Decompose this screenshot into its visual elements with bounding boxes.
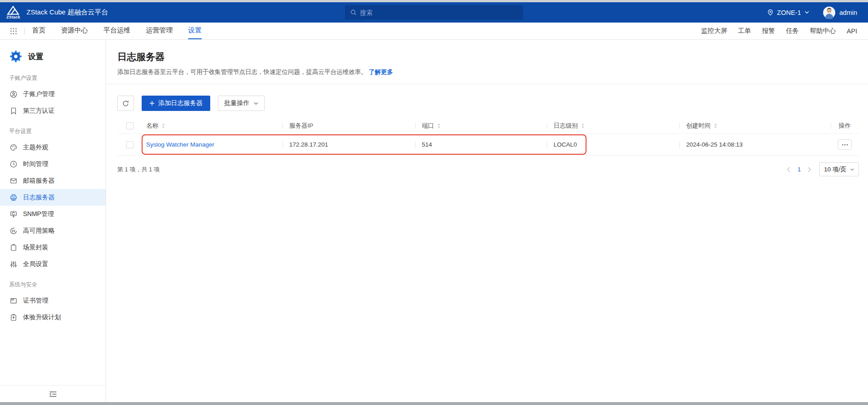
link-ticket[interactable]: 工单 (738, 27, 751, 35)
search-input[interactable] (360, 9, 509, 16)
column-label: 服务器IP (289, 122, 313, 130)
log-server-table: 名称 服务器IP 端口 日志级别 创建时间 (117, 118, 859, 156)
tab-home[interactable]: 首页 (32, 23, 46, 39)
column-label: 端口 (422, 122, 434, 130)
tab-operation-mgmt[interactable]: 运营管理 (146, 23, 173, 39)
palette-icon (10, 144, 17, 151)
tab-settings[interactable]: 设置 (188, 23, 202, 39)
clipboard-icon (10, 244, 17, 251)
window-bottom-strip (0, 402, 868, 405)
section-platform-settings: 平台设置 (0, 128, 106, 135)
tab-resource-center[interactable]: 资源中心 (61, 23, 88, 39)
clock-icon (10, 161, 17, 168)
avatar (823, 6, 836, 19)
navbar: 首页 资源中心 平台运维 运营管理 设置 监控大屏 工单 报警 任务 帮助中心 … (0, 23, 868, 40)
zone-label: ZONE-1 (777, 9, 801, 16)
user-menu[interactable]: admin (823, 6, 858, 19)
sidebar-item-time-mgmt[interactable]: 时间管理 (0, 156, 106, 172)
sidebar-item-third-party-auth[interactable]: 第三方认证 (0, 102, 106, 119)
column-header-server-ip[interactable]: 服务器IP (282, 122, 415, 130)
sidebar-item-label: 场景封装 (23, 244, 48, 252)
chevron-down-icon (804, 11, 809, 14)
app-grid-button[interactable] (8, 23, 19, 39)
collapse-sidebar-button[interactable] (49, 391, 57, 397)
sidebar-item-snmp[interactable]: SNMP管理 (0, 206, 106, 222)
sort-icon[interactable] (581, 123, 585, 129)
tab-platform-ops[interactable]: 平台运维 (103, 23, 130, 39)
link-help-center[interactable]: 帮助中心 (810, 27, 836, 35)
sidebar-item-label: 邮箱服务器 (23, 177, 55, 185)
table-row[interactable]: Syslog Watcher Manager 172.28.17.201 514… (117, 134, 859, 156)
add-log-server-label: 添加日志服务器 (158, 99, 203, 107)
column-header-operations: 操作 (831, 122, 859, 130)
row-checkbox[interactable] (126, 141, 134, 148)
sidebar-item-global-settings[interactable]: 全局设置 (0, 256, 106, 272)
pagination-summary: 第 1 项，共 1 项 (117, 166, 160, 174)
server-ip-value: 172.28.17.201 (289, 141, 328, 148)
sidebar-item-log-server[interactable]: 日志服务器 (0, 189, 106, 206)
column-header-name[interactable]: 名称 (143, 122, 282, 130)
app-title: ZStack Cube 超融合云平台 (27, 8, 108, 17)
app-grid-icon (10, 28, 17, 35)
monitor-icon (10, 211, 17, 218)
refresh-icon (122, 100, 129, 107)
link-alarm[interactable]: 报警 (762, 27, 775, 35)
refresh-button[interactable] (117, 96, 134, 111)
sort-icon[interactable] (437, 123, 441, 129)
sort-icon[interactable] (162, 123, 165, 129)
batch-operation-button[interactable]: 批量操作 (218, 96, 265, 111)
batch-operation-label: 批量操作 (224, 99, 249, 107)
column-header-created-at[interactable]: 创建时间 (679, 122, 831, 130)
zstack-logo[interactable]: ZStack (6, 6, 20, 19)
sidebar-item-certificate-mgmt[interactable]: 证书管理 (0, 292, 106, 309)
upgrade-plan-icon (10, 314, 17, 321)
chevron-down-icon (850, 168, 854, 171)
row-more-actions-button[interactable] (838, 139, 852, 150)
location-pin-icon (767, 9, 774, 16)
sliders-icon (10, 261, 17, 268)
plus-icon (149, 101, 155, 106)
zone-selector[interactable]: ZONE-1 (767, 9, 809, 16)
log-server-icon (10, 194, 17, 201)
column-header-port[interactable]: 端口 (415, 122, 547, 130)
global-search[interactable] (345, 5, 523, 19)
link-task[interactable]: 任务 (786, 27, 799, 35)
sidebar-item-label: 日志服务器 (23, 193, 55, 202)
page-description-text: 添加日志服务器至云平台，可用于收集管理节点日志，快速定位问题，提高云平台运维效率… (117, 69, 367, 75)
ellipsis-icon (842, 144, 848, 146)
chevron-down-icon (254, 102, 259, 105)
sidebar-item-ha-policy[interactable]: 高可用策略 (0, 222, 106, 239)
sidebar-item-label: 第三方认证 (23, 107, 55, 115)
created-at-value: 2024-06-25 14:08:13 (686, 141, 743, 148)
sidebar-item-subaccount-mgmt[interactable]: 子账户管理 (0, 86, 106, 102)
sidebar-item-upgrade-plan[interactable]: 体验升级计划 (0, 309, 106, 326)
page-number[interactable]: 1 (796, 166, 802, 173)
link-monitor-screen[interactable]: 监控大屏 (701, 27, 727, 35)
sort-icon[interactable] (714, 123, 717, 129)
add-log-server-button[interactable]: 添加日志服务器 (142, 96, 210, 111)
learn-more-link[interactable]: 了解更多 (369, 69, 393, 75)
link-api[interactable]: API (847, 28, 857, 35)
mail-icon (10, 177, 17, 184)
page-title: 日志服务器 (117, 51, 859, 63)
sidebar-item-mail-server[interactable]: 邮箱服务器 (0, 172, 106, 189)
prev-page-button[interactable] (786, 166, 791, 173)
sidebar-header: 设置 (0, 47, 106, 66)
sidebar-footer (0, 385, 106, 402)
chevron-right-icon (808, 167, 811, 172)
next-page-button[interactable] (807, 166, 812, 173)
page-size-select[interactable]: 10 项/页 (819, 162, 859, 176)
column-header-log-level[interactable]: 日志级别 (547, 122, 679, 130)
log-level-value: LOCAL0 (554, 141, 577, 148)
certificate-icon (10, 297, 17, 304)
topbar: ZStack ZStack Cube 超融合云平台 ZONE-1 (0, 2, 868, 23)
sidebar-item-label: 证书管理 (23, 297, 48, 305)
select-all-checkbox[interactable] (126, 122, 134, 129)
log-server-name-link[interactable]: Syslog Watcher Manager (146, 141, 214, 148)
sidebar-item-theme[interactable]: 主题外观 (0, 139, 106, 156)
header-divider (106, 84, 868, 84)
sidebar-item-label: 体验升级计划 (23, 313, 61, 322)
sidebar-item-scene-package[interactable]: 场景封装 (0, 239, 106, 256)
section-system-security: 系统与安全 (0, 281, 106, 289)
pagination: 第 1 项，共 1 项 1 10 项/页 (117, 162, 859, 176)
